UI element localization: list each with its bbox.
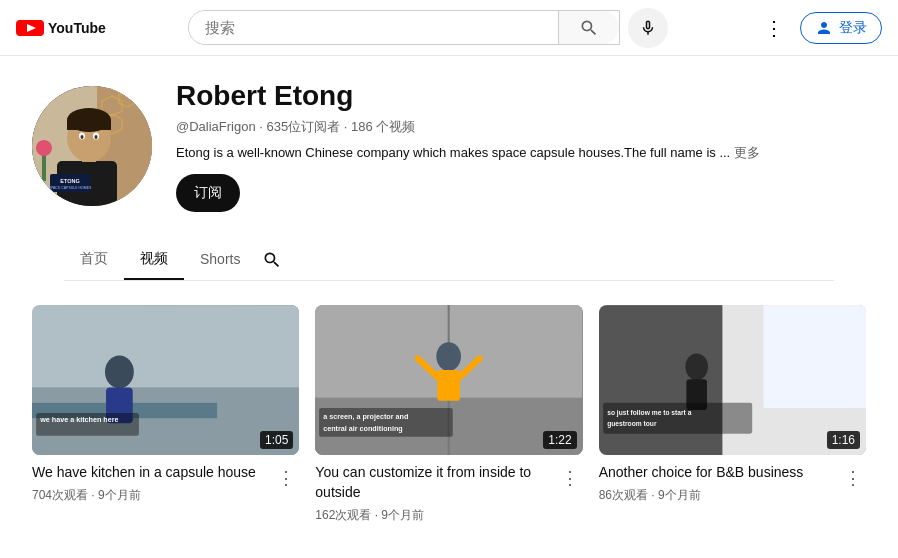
search-area — [188, 8, 668, 48]
sign-in-label: 登录 — [839, 19, 867, 37]
video-stats: 162次观看 · 9个月前 — [315, 507, 548, 524]
svg-point-19 — [81, 135, 84, 139]
tab-search-button[interactable] — [256, 244, 288, 276]
avatar: ETONG SPACE CAPSULE HOMES — [32, 86, 152, 206]
svg-text:a screen, a projector and: a screen, a projector and — [324, 412, 409, 421]
svg-rect-46 — [763, 305, 866, 408]
channel-area: ETONG SPACE CAPSULE HOMES Robert Etong @… — [0, 56, 898, 281]
svg-rect-16 — [67, 120, 111, 130]
search-icon — [579, 18, 599, 38]
search-input[interactable] — [189, 11, 558, 44]
more-options-button[interactable]: ⋮ — [756, 8, 792, 48]
svg-text:so just follow me to start a: so just follow me to start a — [607, 409, 691, 417]
video-card[interactable]: a screen, a projector and central air co… — [315, 305, 582, 524]
channel-desc-text: Etong is a well-known Chinese company wh… — [176, 145, 730, 160]
svg-text:ETONG: ETONG — [60, 178, 79, 184]
video-card[interactable]: we have a kitchen here 1:05 We have kitc… — [32, 305, 299, 524]
search-box — [188, 10, 620, 45]
video-more-button[interactable]: ⋮ — [557, 463, 583, 493]
svg-point-22 — [36, 140, 52, 156]
svg-text:YouTube: YouTube — [48, 20, 106, 36]
youtube-logo-icon: YouTube — [16, 18, 106, 38]
video-duration: 1:16 — [827, 431, 860, 449]
channel-separator: · — [259, 119, 266, 134]
videos-grid: we have a kitchen here 1:05 We have kitc… — [32, 305, 866, 524]
video-stats: 704次观看 · 9个月前 — [32, 487, 265, 504]
search-icon-tab — [262, 250, 282, 270]
video-duration: 1:22 — [543, 431, 576, 449]
svg-text:guestroom tour: guestroom tour — [607, 420, 657, 428]
header: YouTube ⋮ 登录 — [0, 0, 898, 56]
svg-point-48 — [685, 353, 708, 380]
sign-in-button[interactable]: 登录 — [800, 12, 882, 44]
subscribe-button[interactable]: 订阅 — [176, 174, 240, 212]
channel-more-link[interactable]: 更多 — [734, 145, 760, 160]
svg-text:we have a kitchen here: we have a kitchen here — [39, 415, 118, 424]
video-meta: You can customize it from inside to outs… — [315, 463, 582, 523]
svg-point-29 — [105, 356, 134, 389]
video-info: You can customize it from inside to outs… — [315, 463, 548, 523]
svg-point-20 — [95, 135, 98, 139]
svg-point-37 — [437, 342, 462, 371]
channel-info: Robert Etong @DaliaFrigon · 635位订阅者 · 18… — [176, 80, 866, 212]
mic-icon — [639, 19, 657, 37]
tab-shorts[interactable]: Shorts — [184, 241, 256, 279]
search-button[interactable] — [558, 11, 619, 44]
video-thumbnail: we have a kitchen here 1:05 — [32, 305, 299, 455]
videos-section: we have a kitchen here 1:05 We have kitc… — [0, 281, 898, 548]
video-title: We have kitchen in a capsule house — [32, 463, 265, 483]
video-meta: We have kitchen in a capsule house 704次观… — [32, 463, 299, 504]
video-thumbnail: so just follow me to start a guestroom t… — [599, 305, 866, 455]
tab-home[interactable]: 首页 — [64, 240, 124, 280]
video-duration: 1:05 — [260, 431, 293, 449]
channel-meta: @DaliaFrigon · 635位订阅者 · 186 个视频 — [176, 118, 866, 136]
header-right: ⋮ 登录 — [756, 8, 882, 48]
svg-text:SPACE CAPSULE HOMES: SPACE CAPSULE HOMES — [49, 186, 92, 190]
channel-separator2: · — [344, 119, 351, 134]
svg-text:central air conditioning: central air conditioning — [324, 424, 403, 433]
video-more-button[interactable]: ⋮ — [840, 463, 866, 493]
video-meta: Another choice for B&B business 86次观看 · … — [599, 463, 866, 504]
video-info: We have kitchen in a capsule house 704次观… — [32, 463, 265, 504]
video-stats: 86次观看 · 9个月前 — [599, 487, 832, 504]
channel-handle: @DaliaFrigon — [176, 119, 256, 134]
logo-area: YouTube — [16, 18, 136, 38]
tab-videos[interactable]: 视频 — [124, 240, 184, 280]
channel-name: Robert Etong — [176, 80, 866, 112]
video-thumbnail: a screen, a projector and central air co… — [315, 305, 582, 455]
mic-button[interactable] — [628, 8, 668, 48]
channel-header: ETONG SPACE CAPSULE HOMES Robert Etong @… — [32, 80, 866, 212]
svg-rect-50 — [603, 403, 752, 434]
svg-rect-38 — [438, 370, 461, 401]
video-info: Another choice for B&B business 86次观看 · … — [599, 463, 832, 504]
channel-subscribers: 635位订阅者 — [267, 119, 341, 134]
video-card[interactable]: so just follow me to start a guestroom t… — [599, 305, 866, 524]
channel-tabs: 首页 视频 Shorts — [64, 232, 834, 281]
channel-video-count: 186 个视频 — [351, 119, 415, 134]
channel-description: Etong is a well-known Chinese company wh… — [176, 144, 866, 162]
dots-icon: ⋮ — [764, 16, 784, 40]
thumbnail-scene-3: so just follow me to start a guestroom t… — [599, 305, 866, 455]
account-icon — [815, 19, 833, 37]
video-title: Another choice for B&B business — [599, 463, 832, 483]
video-more-button[interactable]: ⋮ — [273, 463, 299, 493]
video-title: You can customize it from inside to outs… — [315, 463, 548, 502]
